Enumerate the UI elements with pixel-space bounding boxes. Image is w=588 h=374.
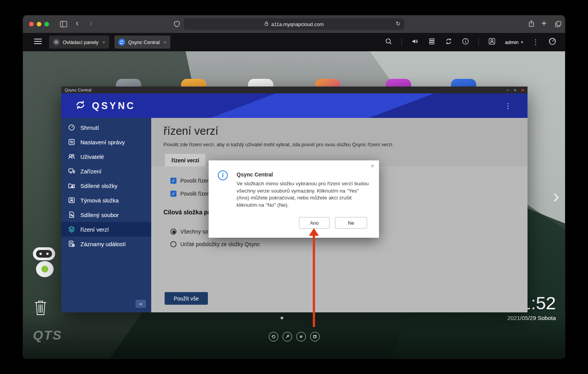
team-folder-icon (68, 196, 75, 204)
divider (479, 38, 479, 46)
sidebar-item-management-settings[interactable]: Nastavení správy (61, 135, 151, 149)
sidebar-item-label: Týmová složka (80, 197, 119, 204)
checkbox-row[interactable]: ✓ Povolit řízen (170, 191, 210, 197)
traffic-close-button[interactable] (29, 22, 34, 26)
volume-icon[interactable] (411, 38, 419, 47)
annotation-arrow-line (313, 235, 315, 327)
checkbox-label: Povolit řízen (180, 191, 210, 197)
tab-version-control[interactable]: řízení verzí (165, 154, 206, 167)
screenshot-root: ‹ › a11a.myqnapcloud.com ↻ + (0, 0, 588, 374)
sidebar-item-version-control[interactable]: řízení verzí (61, 222, 151, 237)
radio-unselected-icon[interactable] (170, 241, 176, 247)
compose-note-icon[interactable] (310, 332, 320, 341)
tools-icon[interactable] (283, 332, 292, 341)
summary-gauge-icon (68, 124, 75, 131)
info-circle-icon: i (218, 170, 228, 180)
radio-label: Všechny so (180, 229, 208, 235)
more-options-icon[interactable]: ⋮ (532, 38, 539, 46)
desktop-date: 2021/05/29 Sobota (507, 315, 556, 321)
apply-all-button[interactable]: Použít vše (165, 292, 208, 305)
sidebar-item-label: Záznamy událostí (80, 241, 126, 247)
trash-icon[interactable] (34, 299, 47, 318)
traffic-minimize-button[interactable] (37, 22, 41, 26)
devices-icon (68, 167, 75, 175)
privacy-shield-icon[interactable] (173, 20, 181, 29)
user-badge-icon[interactable] (488, 38, 496, 47)
qts-top-bar: Ovládací panely × Qsync Central × (23, 33, 565, 51)
no-button[interactable]: Ne (335, 217, 367, 229)
share-icon[interactable] (528, 20, 535, 29)
window-minimize-icon[interactable]: − (506, 87, 509, 93)
main-menu-icon[interactable] (34, 38, 42, 46)
gear-icon (53, 39, 60, 46)
admin-label: admin (505, 39, 518, 45)
admin-menu[interactable]: admin ▾ (505, 39, 523, 45)
settings-sliders-icon (68, 138, 75, 146)
window-titlebar[interactable]: Qsync Central − + × (61, 87, 528, 93)
mascot-robot (33, 247, 55, 260)
page-description: Povolit zde řízení verzí, aby si každý u… (163, 142, 394, 147)
window-maximize-icon[interactable]: + (514, 87, 517, 93)
sidebar-item-shared-file[interactable]: Sdílený soubor (61, 207, 151, 222)
checkbox-checked-icon[interactable]: ✓ (170, 191, 176, 197)
qsync-sidebar: Shrnutí Nastavení správy Uživatelé (61, 118, 151, 312)
forward-button[interactable]: › (90, 19, 92, 28)
divider (402, 38, 402, 46)
radio-row[interactable]: Určité podsložky ze složky Qsync (170, 241, 260, 247)
radio-row[interactable]: Všechny so (170, 229, 208, 235)
qts-tab-label: Ovládací panely (63, 39, 98, 45)
sidebar-item-label: Nastavení správy (80, 139, 125, 145)
checkbox-label: Povolit řízen (180, 178, 210, 184)
radio-label: Určité podsložky ze složky Qsync (180, 241, 260, 247)
info-icon[interactable] (462, 38, 469, 47)
reload-icon[interactable]: ↻ (395, 20, 400, 27)
backup-station-icon[interactable] (428, 38, 436, 47)
sidebar-collapse-button[interactable]: « (136, 300, 146, 308)
qts-logo: QTS (33, 328, 62, 343)
radio-selected-icon[interactable] (170, 229, 176, 235)
qts-tab-qsync-central[interactable]: Qsync Central × (114, 36, 170, 49)
tab-overview-icon[interactable] (554, 20, 562, 29)
dialog-title: Qsync Central (237, 171, 273, 178)
sync-status-icon[interactable] (445, 38, 452, 47)
sidebar-item-summary[interactable]: Shrnutí (61, 120, 151, 135)
window-close-icon[interactable]: × (521, 87, 524, 93)
new-tab-button[interactable]: + (541, 19, 547, 28)
browser-window: ‹ › a11a.myqnapcloud.com ↻ + (23, 15, 565, 359)
recent-apps-icon[interactable] (269, 332, 278, 341)
qsync-logo-text: QSYNC (92, 100, 136, 111)
robot-core (41, 266, 48, 273)
qts-desktop: QTS 1:52 2021/05/29 Sobota › (23, 51, 565, 359)
sidebar-item-team-folder[interactable]: Týmová složka (61, 193, 151, 207)
url-text: a11a.myqnapcloud.com (271, 21, 323, 27)
next-desktop-chevron-icon[interactable]: › (553, 185, 559, 207)
window-more-options-icon[interactable]: ⋮ (505, 102, 511, 110)
sidebar-toggle-icon[interactable] (60, 21, 67, 29)
desktop-page-dot (281, 317, 283, 319)
wallpaper-bottom-shade (23, 313, 565, 359)
page-title: řízení verzí (163, 125, 218, 137)
back-button[interactable]: ‹ (76, 19, 78, 28)
qts-tab-control-panel[interactable]: Ovládací panely × (49, 36, 109, 49)
address-bar[interactable]: a11a.myqnapcloud.com ↻ (184, 18, 404, 30)
sidebar-item-shared-folders[interactable]: Sdílené složky (61, 178, 151, 193)
sidebar-item-label: Shrnutí (80, 124, 99, 131)
checkbox-row[interactable]: ✓ Povolit řízen (170, 178, 210, 184)
browser-toolbar: ‹ › a11a.myqnapcloud.com ↻ + (23, 15, 565, 33)
caret-down-icon: ▾ (521, 40, 523, 44)
yes-button[interactable]: Ano (299, 217, 330, 229)
dialog-close-icon[interactable]: × (371, 162, 374, 170)
sidebar-item-devices[interactable]: Zařízení (61, 164, 151, 178)
close-icon[interactable]: × (102, 39, 105, 45)
confirm-dialog: × i Qsync Central Ve složkách mimo složk… (209, 160, 379, 238)
checkbox-checked-icon[interactable]: ✓ (170, 178, 176, 184)
dashboard-gauge-icon[interactable] (548, 37, 557, 47)
section-heading: Cílová složka pro (163, 209, 214, 216)
sidebar-item-label: Zařízení (80, 168, 101, 175)
search-icon[interactable] (385, 38, 392, 47)
close-icon[interactable]: × (163, 39, 167, 45)
traffic-zoom-button[interactable] (44, 22, 49, 26)
sidebar-item-event-logs[interactable]: Záznamy událostí (61, 237, 151, 251)
sidebar-item-users[interactable]: Uživatelé (61, 149, 151, 164)
dashboard-columns-icon[interactable] (296, 332, 306, 341)
